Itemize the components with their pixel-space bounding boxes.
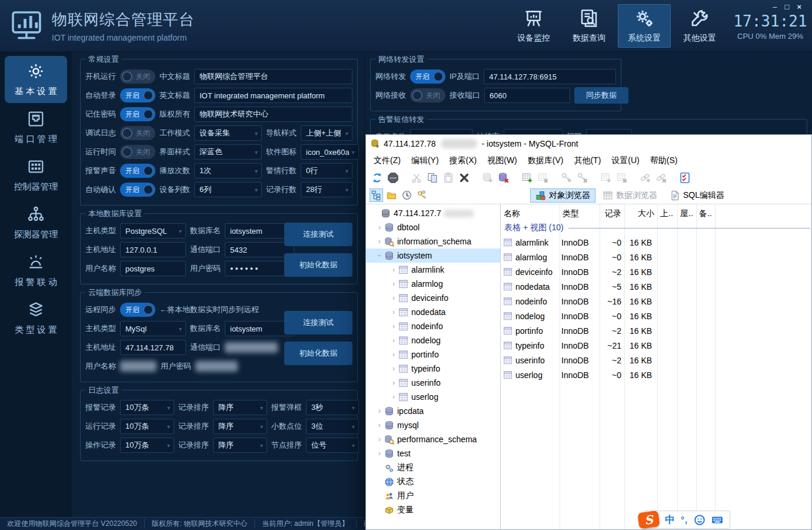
menu-item-z[interactable]: 文件(Z) — [368, 155, 406, 166]
boot-run-toggle[interactable]: 关闭 — [120, 69, 155, 84]
sync-data-button[interactable]: 同步数据 — [574, 87, 628, 104]
local-host-type-select[interactable]: PostgreSQL▾ — [120, 223, 186, 238]
table-row[interactable]: nodelogInnoDB~016 KB — [501, 309, 811, 323]
alarm-record-order-select[interactable]: 降序▾ — [213, 400, 267, 415]
run-record-order-select[interactable]: 降序▾ — [213, 419, 267, 434]
alarm-records-select[interactable]: 10万条▾ — [120, 400, 174, 415]
sidebar-item-port-management[interactable]: 端口管理 — [5, 104, 67, 151]
tree-item-userinfo[interactable]: ›userinfo — [366, 376, 500, 390]
view-keys-button[interactable] — [415, 188, 429, 202]
minimize-button[interactable]: – — [773, 3, 777, 11]
tree-item-nodelog[interactable]: ›nodelog — [366, 333, 500, 347]
toolbar-delete-button[interactable] — [458, 171, 471, 184]
expander-icon[interactable]: › — [375, 251, 384, 260]
toolbar-table-add-button[interactable] — [521, 171, 534, 184]
sidebar-item-alarm-linkage[interactable]: 报警联动 — [5, 247, 67, 294]
tree-item-ipcdata[interactable]: ›ipcdata — [366, 404, 500, 418]
view-folder-button[interactable] — [385, 188, 398, 202]
column-header[interactable]: 类型 — [560, 208, 600, 219]
device-columns-select[interactable]: 6列▾ — [194, 182, 262, 197]
tree-item-alarmlink[interactable]: ›alarmlink — [366, 263, 500, 277]
sidebar-item-basic-settings[interactable]: 基本设置 — [5, 56, 67, 103]
table-row[interactable]: userinfoInnoDB~216 KB — [501, 353, 811, 367]
tree-item-server-node[interactable]: 47.114.127.7 — [366, 206, 500, 220]
expander-icon[interactable]: › — [390, 393, 398, 401]
tree-item-mysql[interactable]: ›mysql — [366, 418, 500, 432]
expander-icon[interactable]: › — [390, 336, 398, 344]
node-order-select[interactable]: 位号▾ — [306, 438, 359, 453]
ime-chinese-mode[interactable]: 中 — [665, 513, 675, 526]
tree-item-performance_schema[interactable]: ›performance_schema — [366, 432, 500, 446]
net-receive-toggle[interactable]: 关闭 — [410, 88, 445, 102]
local-host-address-input[interactable] — [120, 242, 186, 257]
tree-item-typeinfo[interactable]: ›typeinfo — [366, 362, 500, 376]
sidebar-item-type-settings[interactable]: 类型设置 — [5, 294, 67, 342]
expander-icon[interactable]: › — [390, 379, 398, 387]
op-records-select[interactable]: 10万条▾ — [120, 438, 174, 453]
tree-item-alarmlog[interactable]: ›alarmlog — [366, 277, 500, 291]
receive-port-input[interactable] — [484, 88, 570, 103]
expander-icon[interactable]: › — [390, 266, 398, 274]
tree-item-processes-node[interactable]: 进程 — [366, 461, 500, 475]
table-row[interactable]: portinfoInnoDB~216 KB — [501, 323, 811, 338]
ip-port-input[interactable] — [484, 69, 616, 84]
menu-item-v[interactable]: 数据库(V) — [523, 155, 569, 166]
alarm-popup-select[interactable]: 3秒▾ — [306, 400, 359, 415]
play-count-select[interactable]: 1次▾ — [194, 163, 262, 178]
table-row[interactable]: alarmlinkInnoDB~016 KB — [501, 235, 811, 250]
column-header[interactable]: 上.. — [657, 208, 677, 219]
cloud-host-type-select[interactable]: MySql▾ — [120, 321, 186, 336]
work-mode-select[interactable]: 设备采集▾ — [194, 125, 262, 141]
auto-login-toggle[interactable]: 开启 — [120, 88, 155, 102]
tab-object-browser[interactable]: 对象浏览器 — [530, 188, 595, 203]
nav-style-select[interactable]: 上侧+上侧▾ — [301, 125, 352, 141]
op-record-order-select[interactable]: 降序▾ — [213, 438, 267, 453]
copyright-input[interactable] — [194, 107, 352, 122]
expander-icon[interactable]: › — [390, 280, 398, 288]
table-row[interactable]: alarmlogInnoDB~016 KB — [501, 250, 811, 264]
column-header[interactable]: 大小 — [624, 208, 657, 219]
expander-icon[interactable]: › — [375, 421, 384, 429]
decimal-places-select[interactable]: 3位▾ — [306, 419, 359, 434]
toolbar-checklist-button[interactable] — [678, 171, 691, 184]
table-row[interactable]: nodedataInnoDB~516 KB — [501, 279, 811, 294]
chinese-title-input[interactable] — [194, 69, 352, 84]
expander-icon[interactable]: › — [390, 350, 398, 359]
expander-icon[interactable]: › — [375, 407, 384, 415]
view-tree-view-button[interactable] — [370, 188, 383, 202]
column-header[interactable]: 名称 — [501, 208, 560, 219]
close-button[interactable]: × — [797, 3, 801, 11]
cloud-host-address-input[interactable] — [120, 340, 186, 355]
tab-sql-editor[interactable]: SQL编辑器 — [664, 188, 730, 203]
tree-item-users-node[interactable]: 用户 — [366, 489, 500, 503]
expander-icon[interactable]: › — [375, 449, 384, 458]
expander-icon[interactable]: › — [375, 223, 384, 231]
tree-item-nodedata[interactable]: ›nodedata — [366, 305, 500, 319]
nav-data-query[interactable]: 数据查询 — [563, 4, 615, 48]
tree-item-iotsystem[interactable]: ›iotsystem — [366, 249, 500, 263]
expander-icon[interactable]: › — [390, 294, 398, 302]
tree-item-portinfo[interactable]: ›portinfo — [366, 347, 500, 362]
tree-item-status-node[interactable]: 状态 — [366, 475, 500, 489]
auto-confirm-toggle[interactable]: 开启 — [120, 183, 155, 197]
local-init-data-button[interactable]: 初始化数据 — [284, 253, 352, 277]
software-icon-select[interactable]: icon_0xe60a▾ — [301, 144, 359, 160]
tree-item-userlog[interactable]: ›userlog — [366, 390, 500, 404]
tree-item-dbtool[interactable]: ›dbtool — [366, 220, 500, 234]
sidebar-item-detector-management[interactable]: 探测器管理 — [5, 199, 67, 246]
tree-item-nodeinfo[interactable]: ›nodeinfo — [366, 319, 500, 333]
table-row[interactable]: typeinfoInnoDB~2116 KB — [501, 338, 811, 353]
maximize-button[interactable]: □ — [785, 3, 790, 11]
tree-item-variables-node[interactable]: 变量 — [366, 503, 500, 517]
table-row[interactable]: deviceinfoInnoDB~216 KB — [501, 264, 811, 279]
toolbar-database-delete-button[interactable] — [497, 171, 510, 184]
expander-icon[interactable]: › — [375, 237, 384, 246]
remote-sync-toggle[interactable]: 开启 — [120, 303, 155, 317]
table-row[interactable]: userlogInnoDB~016 KB — [501, 367, 811, 382]
local-username-input[interactable] — [120, 261, 186, 276]
menu-item-w[interactable]: 视图(W) — [482, 155, 523, 166]
column-header[interactable]: 屋.. — [677, 208, 696, 219]
run-time-toggle[interactable]: 关闭 — [120, 145, 155, 159]
expander-icon[interactable]: › — [390, 308, 398, 316]
english-title-input[interactable] — [194, 88, 352, 103]
